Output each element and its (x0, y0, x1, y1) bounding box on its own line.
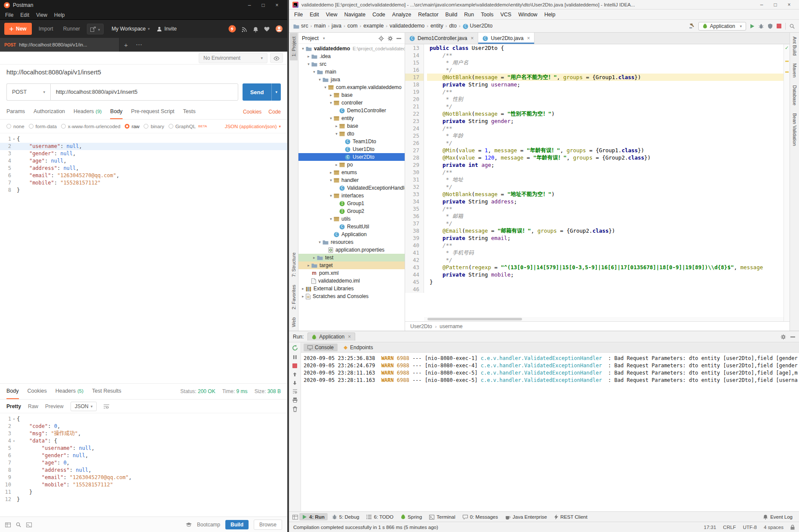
environment-selector[interactable]: No Environment▾ (199, 53, 267, 63)
lock-icon[interactable] (790, 524, 795, 530)
view-raw[interactable]: Raw (28, 403, 38, 409)
tree-arrow[interactable]: ▾ (300, 46, 306, 51)
tree-item-controller[interactable]: ▾controller (298, 99, 405, 107)
toolwindow-database[interactable]: Database (791, 81, 799, 109)
run-with-coverage-button[interactable] (768, 24, 773, 29)
console-tab-endpoints[interactable]: Endpoints (339, 344, 377, 351)
run-button[interactable] (750, 24, 755, 29)
idea-menu-code[interactable]: Code (369, 10, 389, 19)
tree-item-group2[interactable]: IGroup2 (298, 207, 405, 215)
tree-arrow[interactable]: ▾ (317, 77, 323, 82)
tree-item-java[interactable]: ▾java (298, 76, 405, 83)
hide-panel-icon[interactable] (396, 35, 401, 41)
toolwindow-button-java-enterprise[interactable]: Java Enterprise (502, 513, 550, 520)
crumb-java[interactable]: java (332, 23, 341, 29)
hide-run-panel-icon[interactable] (790, 333, 795, 339)
build-button[interactable]: Build (225, 520, 249, 529)
tree-item-utils[interactable]: ▾utils (298, 215, 405, 223)
tab-params[interactable]: Params (6, 104, 25, 119)
stop-button[interactable] (777, 24, 781, 28)
crumb-user2dto[interactable]: CUser2Dto (463, 23, 493, 29)
sync-icon[interactable] (228, 25, 236, 33)
tree-item-application[interactable]: CApplication (298, 231, 405, 238)
postman-menu-file[interactable]: File (5, 12, 13, 18)
idea-menu-tools[interactable]: Tools (477, 10, 497, 19)
fold-icon[interactable]: ▾ (11, 135, 17, 143)
toolwindow-bean-validation[interactable]: Bean Validation (791, 109, 799, 150)
fold-icon[interactable]: ▾ (11, 415, 17, 423)
locate-file-icon[interactable] (378, 35, 384, 41)
idea-menu-window[interactable]: Window (515, 10, 541, 19)
toolwindow-web[interactable]: Web (290, 314, 298, 331)
wrap-lines-icon[interactable] (104, 403, 109, 409)
crumb-example[interactable]: example (363, 23, 384, 29)
body-mode-x-www-form-urlencoded[interactable]: x-www-form-urlencoded (61, 124, 120, 129)
close-run-tab-icon[interactable]: × (348, 334, 351, 340)
open-request-tab[interactable]: POST http://localhost:8080/api/v1/in... (0, 38, 120, 52)
crumb-src[interactable]: src (293, 23, 308, 29)
project-view-selector[interactable]: Project (302, 35, 319, 41)
crumb-com[interactable]: com (347, 23, 358, 29)
bootcamp-link[interactable]: Bootcamp (197, 522, 220, 528)
tree-item-enums[interactable]: ▸enums (298, 169, 405, 176)
tree-item-validateddemo[interactable]: ▾validateddemoE:\project_code\validatedd… (298, 45, 405, 52)
toolwindow-maven[interactable]: Maven (791, 59, 799, 81)
close-tab-icon[interactable]: × (527, 35, 530, 41)
fold-icon[interactable]: ▾ (11, 437, 17, 445)
tool-window-switcher-icon[interactable] (292, 514, 298, 519)
toolwindow-button-6-todo[interactable]: 6: TODO (363, 514, 396, 520)
crumb-dto[interactable]: dto (449, 23, 456, 29)
link-code[interactable]: Code (268, 109, 281, 115)
breadcrumb-username[interactable]: username (439, 323, 462, 329)
tree-arrow[interactable]: ▾ (306, 62, 311, 66)
toolwindow-button-5-debug[interactable]: 5: Debug (329, 513, 363, 520)
toolwindow-button-terminal[interactable]: Terminal (426, 513, 458, 520)
tree-arrow[interactable]: ▾ (311, 70, 317, 74)
editor-tab-demo1controller-java[interactable]: CDemo1Controller.java× (405, 33, 478, 44)
rerun-button[interactable] (292, 345, 298, 351)
status-crlf[interactable]: CRLF (723, 525, 736, 530)
idea-close-button[interactable]: × (783, 2, 796, 8)
status-17-31[interactable]: 17:31 (704, 525, 716, 530)
idea-minimize-button[interactable]: – (755, 2, 768, 8)
tree-item-base[interactable]: ▸base (298, 122, 405, 130)
code-area[interactable]: 13public class User2Dto {14 /**15 * 用户名1… (405, 44, 790, 321)
editor-tab-user2dto-java[interactable]: CUser2Dto.java× (478, 33, 535, 44)
invite-button[interactable]: Invite (157, 26, 177, 32)
idea-menu-edit[interactable]: Edit (306, 10, 323, 19)
editor-scrollbar[interactable]: ✓ (784, 44, 790, 321)
tree-item-resultutil[interactable]: CResultUtil (298, 223, 405, 231)
tree-item-team1dto[interactable]: CTeam1Dto (298, 138, 405, 145)
environment-preview-button[interactable] (270, 53, 283, 63)
status-4-spaces[interactable]: 4 spaces (764, 525, 784, 530)
content-type-selector[interactable]: JSON (application/json)▾ (225, 124, 281, 129)
tree-item-base[interactable]: ▸base (298, 91, 405, 99)
tree-item-validatedexceptionhandler[interactable]: CValidatedExceptionHandler (298, 184, 405, 192)
print-button[interactable] (292, 397, 298, 403)
idea-maximize-button[interactable]: □ (769, 2, 782, 8)
tree-arrow[interactable]: ▾ (328, 101, 334, 105)
pause-output-button[interactable] (293, 355, 297, 360)
tab-test-results[interactable]: Test Results (92, 384, 121, 399)
debug-button[interactable] (759, 24, 764, 29)
tree-arrow[interactable]: ▸ (334, 124, 339, 128)
tab-pre-request-script[interactable]: Pre-request Script (131, 104, 175, 119)
request-body-editor[interactable]: 1▾{2 "username": null,3 "gender": null,4… (0, 133, 287, 383)
tree-item-com-example-validateddemo[interactable]: ▾com.example.validateddemo (298, 83, 405, 91)
link-cookies[interactable]: Cookies (243, 109, 261, 115)
body-mode-binary[interactable]: binary (144, 124, 164, 129)
bell-icon[interactable] (253, 25, 258, 32)
view-pretty[interactable]: Pretty (6, 403, 21, 409)
tree-item-dto[interactable]: ▾dto (298, 130, 405, 138)
tree-item-resources[interactable]: ▾resources (298, 238, 405, 246)
layout-icon[interactable] (5, 522, 11, 528)
run-configuration-selector[interactable]: Application▾ (698, 22, 746, 31)
tree-arrow[interactable]: ▸ (300, 286, 306, 291)
stop-process-button[interactable] (292, 363, 297, 368)
import-button[interactable]: Import (36, 23, 56, 35)
tree-item-handler[interactable]: ▾handler (298, 176, 405, 184)
idea-menu-help[interactable]: Help (541, 10, 559, 19)
body-mode-none[interactable]: none (6, 124, 25, 129)
tree-item-idea[interactable]: ▸.idea (298, 52, 405, 60)
console-tab-console[interactable]: Console (304, 344, 338, 351)
